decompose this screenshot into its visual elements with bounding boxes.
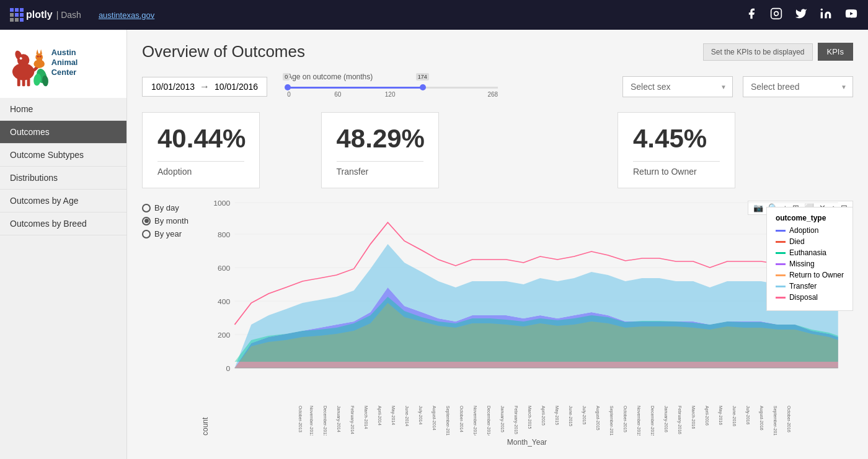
svg-text:March-2016: March-2016 xyxy=(691,406,696,429)
facebook-icon[interactable] xyxy=(745,7,758,23)
legend-item-adoption: Adoption xyxy=(776,226,844,235)
svg-text:November-2014: November-2014 xyxy=(473,406,477,435)
radio-by-day[interactable]: By day xyxy=(142,203,188,212)
aac-logo-svg: Austin Animal Center xyxy=(10,38,117,90)
kpi-cards-row: 40.44% Adoption 48.29% Transfer 4.45% Re… xyxy=(142,112,853,188)
svg-rect-8 xyxy=(17,77,20,86)
svg-point-2 xyxy=(821,8,823,10)
svg-rect-10 xyxy=(27,77,30,86)
chart-with-controls: By day By month By year count xyxy=(142,201,853,447)
twitter-icon[interactable] xyxy=(795,7,807,23)
kpi-value-return: 4.45% xyxy=(633,124,720,154)
age-slider-track[interactable]: 0 174 xyxy=(287,87,498,89)
instagram-icon[interactable] xyxy=(770,7,782,23)
svg-point-19 xyxy=(37,55,39,57)
legend-title: outcome_type xyxy=(776,214,844,222)
kpis-button[interactable]: KPIs xyxy=(818,43,853,61)
plotly-grid-icon xyxy=(10,8,24,22)
date-range-arrow: → xyxy=(200,81,210,92)
chart-svg: 0 200 400 600 800 1000 xyxy=(212,201,853,374)
svg-text:May-2016: May-2016 xyxy=(718,406,723,425)
sidebar-logo: Austin Animal Center xyxy=(0,30,126,98)
svg-text:January-2014: January-2014 xyxy=(336,406,341,432)
legend-color-disposal xyxy=(776,297,786,299)
svg-text:October-2015: October-2015 xyxy=(623,406,627,432)
date-range-picker[interactable]: 10/01/2013 → 10/01/2016 xyxy=(142,77,267,97)
age-slider-max-value: 174 xyxy=(416,73,429,81)
radio-by-year[interactable]: By year xyxy=(142,229,188,238)
select-sex-dropdown[interactable]: Select sex Male Female xyxy=(622,76,733,97)
time-granularity-radio-group: By day By month By year xyxy=(142,201,188,447)
youtube-icon[interactable] xyxy=(844,7,858,23)
select-breed-dropdown[interactable]: Select breed xyxy=(743,76,853,97)
svg-text:800: 800 xyxy=(218,232,230,238)
date-start: 10/01/2013 xyxy=(151,82,195,92)
kpi-card-return-to-owner: 4.45% Return to Owner xyxy=(618,112,735,188)
svg-text:December-2015: December-2015 xyxy=(650,406,655,435)
x-axis-label: Month_Year xyxy=(201,438,853,447)
nav-left: plotly | Dash austintexas.gov xyxy=(10,8,154,22)
svg-text:0: 0 xyxy=(226,365,230,372)
kpi-label-button[interactable]: Set the KPIs to be displayed xyxy=(703,43,813,61)
svg-text:January-2015: January-2015 xyxy=(500,406,505,432)
age-slider-fill xyxy=(287,87,422,89)
svg-text:July-2015: July-2015 xyxy=(582,406,587,424)
sidebar-item-outcome-subtypes[interactable]: Outcome Subtypes xyxy=(0,144,126,167)
svg-marker-17 xyxy=(36,49,38,54)
legend-item-return: Return to Owner xyxy=(776,271,844,279)
radio-by-month[interactable]: By month xyxy=(142,216,188,225)
svg-point-20 xyxy=(40,55,42,57)
sidebar-item-distributions[interactable]: Distributions xyxy=(0,167,126,190)
kpi-label-transfer: Transfer xyxy=(337,161,423,177)
svg-text:December-2014: December-2014 xyxy=(487,406,491,435)
svg-text:April-2015: April-2015 xyxy=(541,406,546,426)
svg-point-15 xyxy=(33,59,45,68)
legend-color-missing xyxy=(776,263,786,265)
svg-text:June-2015: June-2015 xyxy=(569,406,573,426)
svg-text:June-2014: June-2014 xyxy=(405,406,409,426)
sidebar-item-home[interactable]: Home xyxy=(0,98,126,121)
legend-color-transfer xyxy=(776,286,786,287)
svg-text:February-2014: February-2014 xyxy=(350,406,355,434)
x-axis-labels: October-2013 November-2013 December-2013… xyxy=(231,398,853,435)
legend-item-transfer: Transfer xyxy=(776,282,844,291)
svg-text:Austin: Austin xyxy=(51,48,76,57)
svg-point-11 xyxy=(20,57,22,59)
svg-text:October-2013: October-2013 xyxy=(298,406,303,432)
page-title: Overview of Outcomes xyxy=(142,42,305,61)
svg-text:November-2013: November-2013 xyxy=(309,406,314,435)
sidebar-item-outcomes[interactable]: Outcomes xyxy=(0,121,126,144)
age-slider-thumb-right[interactable]: 174 xyxy=(420,84,426,90)
svg-text:June-2016: June-2016 xyxy=(732,406,737,426)
kpi-controls: Set the KPIs to be displayed KPIs xyxy=(703,43,853,61)
svg-rect-9 xyxy=(22,77,25,86)
age-slider-thumb-left[interactable]: 0 xyxy=(285,84,291,90)
sidebar-item-outcomes-by-age[interactable]: Outcomes by Age xyxy=(0,190,126,212)
svg-marker-18 xyxy=(40,49,42,54)
age-slider-min-value: 0 xyxy=(283,73,290,81)
svg-point-16 xyxy=(35,53,43,61)
svg-text:May-2014: May-2014 xyxy=(391,406,396,425)
svg-text:Center: Center xyxy=(51,67,76,76)
linkedin-icon[interactable] xyxy=(820,7,832,23)
kpi-label-adoption: Adoption xyxy=(157,161,244,177)
age-filter: Age on outcome (months) 0 174 xyxy=(287,72,613,101)
svg-text:August-2015: August-2015 xyxy=(595,406,600,431)
site-url-link[interactable]: austintexas.gov xyxy=(99,11,154,20)
main-layout: Austin Animal Center Home Outcomes Outco… xyxy=(0,30,868,459)
kpi-value-transfer: 48.29% xyxy=(337,124,423,154)
svg-text:December-2013: December-2013 xyxy=(323,406,327,435)
svg-text:March-2014: March-2014 xyxy=(364,406,368,429)
y-axis-label: count xyxy=(201,201,210,435)
legend-item-died: Died xyxy=(776,237,844,246)
sidebar-item-outcomes-by-breed[interactable]: Outcomes by Breed xyxy=(0,212,126,235)
chart-section: 📷 🔍 + ⊞ ⬜ ✕ ⌂ ⊟ By day By xyxy=(142,201,853,447)
svg-text:May-2015: May-2015 xyxy=(554,406,559,425)
kpi-card-transfer: 48.29% Transfer xyxy=(321,112,439,188)
svg-text:April-2016: April-2016 xyxy=(704,406,709,426)
svg-text:July-2016: July-2016 xyxy=(745,406,750,424)
content-header: Overview of Outcomes Set the KPIs to be … xyxy=(142,42,853,61)
svg-text:November-2015: November-2015 xyxy=(637,406,641,435)
svg-text:August-2014: August-2014 xyxy=(432,406,436,431)
svg-text:September-2016: September-2016 xyxy=(773,406,777,435)
